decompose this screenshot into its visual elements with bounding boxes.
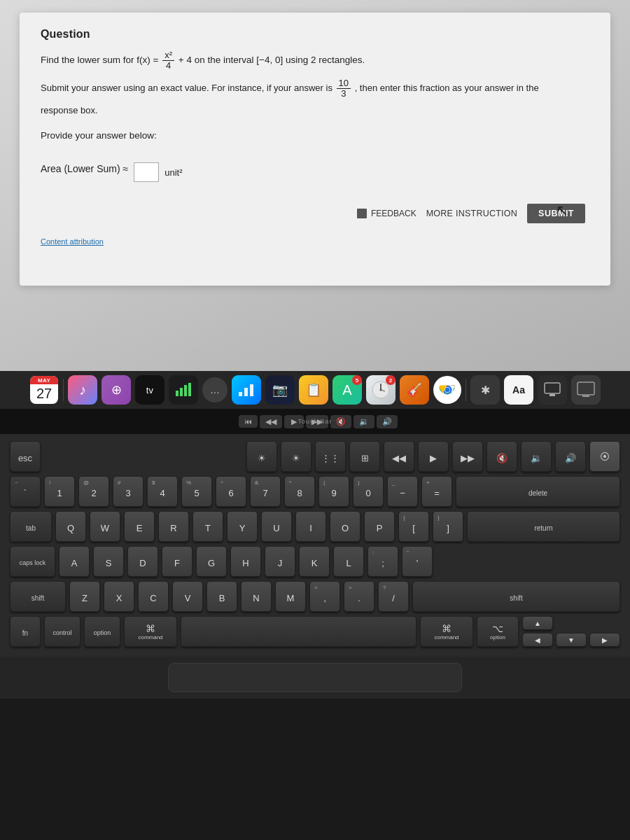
key-k[interactable]: K xyxy=(299,546,330,577)
dock-stocks[interactable] xyxy=(169,375,198,405)
content-attribution-link[interactable]: Content attribution xyxy=(41,237,104,246)
key-z[interactable]: Z xyxy=(69,581,100,612)
touch-bar-play[interactable]: ▶ xyxy=(284,415,304,428)
key-brightness-down[interactable]: ☀ xyxy=(246,441,277,472)
key-e[interactable]: E xyxy=(124,511,155,542)
touch-bar-ffwd[interactable]: ▶▶ xyxy=(306,415,328,428)
key-1[interactable]: !1 xyxy=(44,476,75,507)
more-instruction-button[interactable]: MORE INSTRUCTION xyxy=(426,209,517,218)
key-delete[interactable]: delete xyxy=(456,476,620,507)
key-o[interactable]: O xyxy=(330,511,360,542)
key-vol-up[interactable]: 🔊 xyxy=(555,441,586,472)
key-9[interactable]: (9 xyxy=(318,476,349,507)
key-p[interactable]: P xyxy=(364,511,395,542)
trackpad[interactable] xyxy=(168,663,462,692)
dock-more[interactable]: … xyxy=(202,377,227,402)
feedback-button[interactable]: FEEDBACK xyxy=(357,209,416,218)
dock-charts[interactable] xyxy=(232,375,261,405)
key-caps-lock[interactable]: caps lock xyxy=(10,546,55,577)
key-quote[interactable]: "' xyxy=(402,546,433,577)
key-tab[interactable]: tab xyxy=(10,511,52,542)
key-arrow-down[interactable]: ▼ xyxy=(556,633,587,647)
key-w[interactable]: W xyxy=(90,511,120,542)
key-period[interactable]: >. xyxy=(344,581,374,612)
key-v[interactable]: V xyxy=(172,581,203,612)
key-vol-down[interactable]: 🔉 xyxy=(521,441,552,472)
key-option-right[interactable]: ⌥ option xyxy=(477,616,519,647)
key-x[interactable]: X xyxy=(104,581,134,612)
dock-music[interactable]: ♪ xyxy=(68,375,97,405)
key-semicolon[interactable]: :; xyxy=(368,546,398,577)
key-f[interactable]: F xyxy=(162,546,192,577)
touch-bar-mute[interactable]: 🔇 xyxy=(330,415,351,428)
key-arrow-left[interactable]: ◀ xyxy=(522,633,553,647)
touch-bar-rewind[interactable]: ◀◀ xyxy=(260,415,282,428)
key-u[interactable]: U xyxy=(261,511,292,542)
touch-bar-vol-down[interactable]: 🔉 xyxy=(354,415,374,428)
key-m[interactable]: M xyxy=(275,581,306,612)
dock-imovie[interactable]: 📷 xyxy=(265,375,295,405)
dock-chrome[interactable] xyxy=(433,376,461,404)
key-l[interactable]: L xyxy=(333,546,364,577)
key-equals[interactable]: += xyxy=(421,476,452,507)
key-rbracket[interactable]: }] xyxy=(433,511,463,542)
dock-bluetooth[interactable]: ✱ xyxy=(470,375,500,405)
touch-bar-go-back[interactable]: ⏮ xyxy=(239,415,258,428)
dock-garageband[interactable]: 🎸 xyxy=(400,375,429,405)
key-a[interactable]: A xyxy=(59,546,90,577)
key-r[interactable]: R xyxy=(158,511,189,542)
submit-button[interactable]: SUBMIT xyxy=(527,204,585,223)
key-4[interactable]: $4 xyxy=(147,476,178,507)
key-command-left[interactable]: ⌘ command xyxy=(124,616,177,647)
key-3[interactable]: #3 xyxy=(113,476,144,507)
key-g[interactable]: G xyxy=(196,546,227,577)
answer-input-box[interactable] xyxy=(134,162,159,182)
key-b[interactable]: B xyxy=(206,581,237,612)
key-lbracket[interactable]: {[ xyxy=(398,511,429,542)
key-t[interactable]: T xyxy=(192,511,223,542)
dock-clock[interactable]: 2 xyxy=(366,375,396,405)
key-space[interactable] xyxy=(181,616,416,647)
dock-finder[interactable]: MAY 27 xyxy=(29,375,59,405)
key-ctrl[interactable]: control xyxy=(44,616,80,647)
key-minus[interactable]: _− xyxy=(387,476,418,507)
key-comma[interactable]: <, xyxy=(309,581,340,612)
key-s[interactable]: S xyxy=(93,546,124,577)
key-j[interactable]: J xyxy=(265,546,295,577)
key-i[interactable]: I xyxy=(295,511,326,542)
key-slash[interactable]: ?/ xyxy=(378,581,409,612)
key-y[interactable]: Y xyxy=(227,511,258,542)
key-2[interactable]: @2 xyxy=(78,476,109,507)
key-play-pause[interactable]: ▶ xyxy=(418,441,449,472)
key-c[interactable]: C xyxy=(138,581,169,612)
dock-calendar-icon[interactable]: MAY 27 xyxy=(30,376,58,404)
key-mission-control[interactable]: ⋮⋮ xyxy=(315,441,346,472)
key-launchpad[interactable]: ⊞ xyxy=(349,441,380,472)
key-fwd-skip[interactable]: ▶▶ xyxy=(452,441,483,472)
key-touch-id[interactable]: ⦿ xyxy=(589,441,620,472)
dock-appstore[interactable]: A 5 xyxy=(332,375,362,405)
key-d[interactable]: D xyxy=(127,546,158,577)
key-brightness-up[interactable]: ☀ xyxy=(281,441,312,472)
key-back-skip[interactable]: ◀◀ xyxy=(384,441,414,472)
key-arrow-right[interactable]: ▶ xyxy=(589,633,620,647)
key-option-left[interactable]: option xyxy=(84,616,120,647)
dock-appletv[interactable]: tv xyxy=(135,375,164,405)
dock-display[interactable] xyxy=(538,375,567,405)
key-mute[interactable]: 🔇 xyxy=(486,441,517,472)
touch-bar-vol-up[interactable]: 🔊 xyxy=(377,415,398,428)
dock-notes[interactable]: 📋 xyxy=(299,375,328,405)
key-tilde[interactable]: ~` xyxy=(10,476,41,507)
key-7[interactable]: &7 xyxy=(250,476,281,507)
key-shift-right[interactable]: shift xyxy=(412,581,620,612)
dock-dictionary[interactable]: Aa xyxy=(504,375,533,405)
key-fn[interactable]: fn xyxy=(10,616,41,647)
key-shift-left[interactable]: shift xyxy=(10,581,66,612)
key-n[interactable]: N xyxy=(241,581,272,612)
key-8[interactable]: *8 xyxy=(284,476,315,507)
key-return[interactable]: return xyxy=(467,511,620,542)
key-0[interactable]: )0 xyxy=(353,476,384,507)
key-command-right[interactable]: ⌘ command xyxy=(420,616,473,647)
key-q[interactable]: Q xyxy=(55,511,86,542)
key-h[interactable]: H xyxy=(230,546,261,577)
